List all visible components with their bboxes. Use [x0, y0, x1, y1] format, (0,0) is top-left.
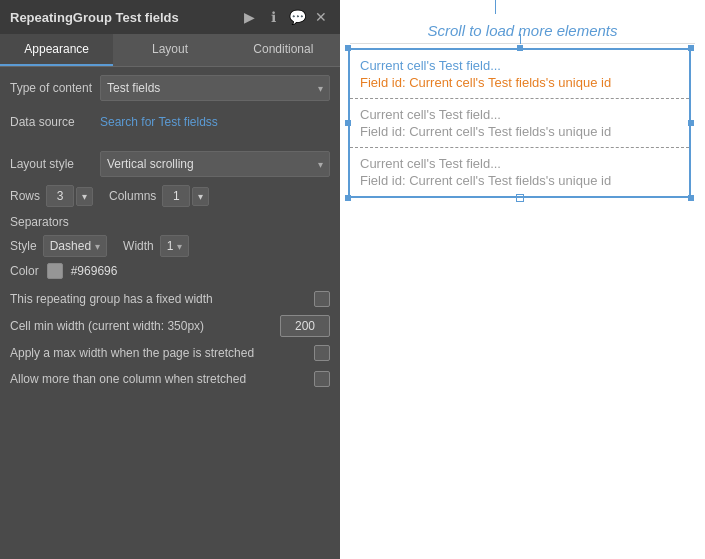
panel-content: Type of content Test fields ▾ Data sourc…: [0, 67, 340, 559]
max-width-label: Apply a max width when the page is stret…: [10, 346, 254, 360]
tab-appearance[interactable]: Appearance: [0, 34, 113, 66]
width-dropdown[interactable]: 1 ▾: [160, 235, 190, 257]
layout-style-value: Vertical scrolling: [107, 157, 194, 171]
style-dropdown[interactable]: Dashed ▾: [43, 235, 107, 257]
type-of-content-dropdown[interactable]: Test fields ▾: [100, 75, 330, 101]
info-icon[interactable]: ℹ: [264, 8, 282, 26]
tab-conditional[interactable]: Conditional: [227, 34, 340, 66]
cell-3-line2: Field id: Current cell's Test fields's u…: [360, 173, 679, 188]
tab-layout[interactable]: Layout: [113, 34, 226, 66]
comment-icon[interactable]: 💬: [288, 8, 306, 26]
cell-2-line2: Field id: Current cell's Test fields's u…: [360, 124, 679, 139]
rg-cell-3[interactable]: Current cell's Test field... Field id: C…: [350, 148, 689, 196]
columns-arrow[interactable]: ▾: [192, 187, 209, 206]
close-icon[interactable]: ✕: [312, 8, 330, 26]
data-source-label: Data source: [10, 115, 100, 129]
cell-3-line1: Current cell's Test field...: [360, 156, 679, 171]
rg-cell-1[interactable]: Current cell's Test field... Field id: C…: [350, 50, 689, 99]
chevron-down-icon-4: ▾: [177, 241, 182, 252]
chevron-down-icon: ▾: [318, 83, 323, 94]
panel-title: RepeatingGroup Test fields: [10, 10, 179, 25]
multi-column-label: Allow more than one column when stretche…: [10, 372, 246, 386]
separators-label: Separators: [10, 215, 330, 229]
rows-columns-row: Rows 3 ▾ Columns 1 ▾: [10, 185, 330, 207]
fixed-width-label: This repeating group has a fixed width: [10, 292, 213, 306]
cell-2-line1: Current cell's Test field...: [360, 107, 679, 122]
data-source-link[interactable]: Search for Test fieldss: [100, 109, 330, 135]
columns-label: Columns: [109, 189, 156, 203]
color-hex: #969696: [71, 264, 118, 278]
cell-min-label: Cell min width (current width: 350px): [10, 319, 204, 333]
separators-style-row: Style Dashed ▾ Width 1 ▾: [10, 235, 330, 257]
top-guide-line: [495, 0, 496, 14]
cell-min-row: Cell min width (current width: 350px) 20…: [10, 315, 330, 337]
scroll-hint: Scroll to load more elements: [350, 14, 695, 44]
chevron-down-icon-2: ▾: [318, 159, 323, 170]
data-source-value: Search for Test fieldss: [100, 115, 218, 129]
rg-cell-2[interactable]: Current cell's Test field... Field id: C…: [350, 99, 689, 148]
columns-value[interactable]: 1: [162, 185, 190, 207]
cell-1-line2: Field id: Current cell's Test fields's u…: [360, 75, 679, 90]
left-panel: RepeatingGroup Test fields ▶ ℹ 💬 ✕ Appea…: [0, 0, 340, 559]
layout-style-label: Layout style: [10, 157, 100, 171]
multi-column-checkbox[interactable]: [314, 371, 330, 387]
rows-label: Rows: [10, 189, 40, 203]
fixed-width-checkbox[interactable]: [314, 291, 330, 307]
panel-header: RepeatingGroup Test fields ▶ ℹ 💬 ✕: [0, 0, 340, 34]
layout-style-dropdown[interactable]: Vertical scrolling ▾: [100, 151, 330, 177]
play-icon[interactable]: ▶: [240, 8, 258, 26]
right-panel: Scroll to load more elements Current cel…: [340, 0, 705, 559]
type-of-content-value: Test fields: [107, 81, 160, 95]
cell-min-input[interactable]: 200: [280, 315, 330, 337]
multi-column-row: Allow more than one column when stretche…: [10, 369, 330, 389]
repeating-group: Current cell's Test field... Field id: C…: [348, 48, 691, 198]
chevron-down-icon-3: ▾: [95, 241, 100, 252]
color-swatch[interactable]: [47, 263, 63, 279]
rows-stepper: 3 ▾: [46, 185, 93, 207]
width-value: 1: [167, 239, 174, 253]
tab-bar: Appearance Layout Conditional: [0, 34, 340, 67]
rows-arrow[interactable]: ▾: [76, 187, 93, 206]
max-width-checkbox[interactable]: [314, 345, 330, 361]
rg-wrapper: Current cell's Test field... Field id: C…: [348, 48, 691, 198]
color-row: Color #969696: [10, 263, 330, 279]
data-source-row: Data source Search for Test fieldss: [10, 109, 330, 135]
cell-1-line1: Current cell's Test field...: [360, 58, 679, 73]
rows-value[interactable]: 3: [46, 185, 74, 207]
fixed-width-row: This repeating group has a fixed width: [10, 289, 330, 309]
style-label: Style: [10, 239, 37, 253]
max-width-row: Apply a max width when the page is stret…: [10, 343, 330, 363]
color-label: Color: [10, 264, 39, 278]
layout-style-row: Layout style Vertical scrolling ▾: [10, 151, 330, 177]
columns-stepper: 1 ▾: [162, 185, 209, 207]
type-of-content-label: Type of content: [10, 81, 100, 95]
type-of-content-row: Type of content Test fields ▾: [10, 75, 330, 101]
style-value: Dashed: [50, 239, 91, 253]
panel-icons: ▶ ℹ 💬 ✕: [240, 8, 330, 26]
width-label: Width: [123, 239, 154, 253]
